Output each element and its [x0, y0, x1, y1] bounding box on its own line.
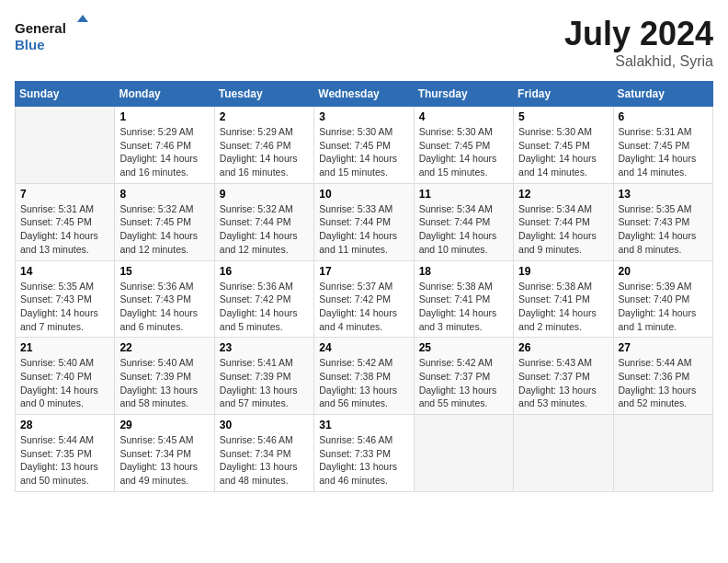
- day-info: Sunrise: 5:42 AMSunset: 7:37 PMDaylight:…: [419, 356, 508, 410]
- day-info: Sunrise: 5:30 AMSunset: 7:45 PMDaylight:…: [419, 125, 508, 179]
- day-info: Sunrise: 5:31 AMSunset: 7:45 PMDaylight:…: [20, 202, 109, 257]
- month-title: July 2024: [564, 15, 713, 53]
- day-number: 4: [419, 110, 508, 123]
- calendar-cell: 8Sunrise: 5:32 AMSunset: 7:45 PMDaylight…: [115, 183, 214, 260]
- day-number: 29: [119, 419, 209, 431]
- calendar-cell: 19Sunrise: 5:38 AMSunset: 7:41 PMDayligh…: [514, 260, 613, 338]
- svg-text:General: General: [15, 20, 66, 36]
- day-number: 30: [220, 419, 309, 431]
- day-info: Sunrise: 5:30 AMSunset: 7:45 PMDaylight:…: [518, 125, 608, 179]
- day-number: 20: [619, 265, 708, 278]
- day-info: Sunrise: 5:38 AMSunset: 7:41 PMDaylight:…: [419, 280, 508, 334]
- calendar-cell: 11Sunrise: 5:34 AMSunset: 7:44 PMDayligh…: [414, 183, 513, 260]
- day-number: 11: [419, 188, 508, 201]
- day-number: 10: [319, 188, 408, 201]
- day-info: Sunrise: 5:35 AMSunset: 7:43 PMDaylight:…: [20, 280, 109, 334]
- day-number: 8: [119, 188, 209, 201]
- calendar-cell: 6Sunrise: 5:31 AMSunset: 7:45 PMDaylight…: [613, 107, 712, 184]
- day-number: 16: [220, 265, 309, 278]
- calendar-cell: 7Sunrise: 5:31 AMSunset: 7:45 PMDaylight…: [16, 183, 115, 260]
- day-number: 14: [20, 265, 109, 278]
- calendar-cell: 21Sunrise: 5:40 AMSunset: 7:40 PMDayligh…: [16, 338, 115, 415]
- day-number: 17: [319, 265, 408, 278]
- day-number: 18: [419, 265, 508, 278]
- day-info: Sunrise: 5:32 AMSunset: 7:44 PMDaylight:…: [220, 202, 309, 257]
- calendar-cell: 20Sunrise: 5:39 AMSunset: 7:40 PMDayligh…: [613, 260, 712, 338]
- day-info: Sunrise: 5:35 AMSunset: 7:43 PMDaylight:…: [619, 202, 708, 257]
- calendar-cell: 17Sunrise: 5:37 AMSunset: 7:42 PMDayligh…: [314, 260, 414, 338]
- day-number: 21: [20, 341, 109, 354]
- calendar-cell: 18Sunrise: 5:38 AMSunset: 7:41 PMDayligh…: [414, 260, 513, 338]
- day-info: Sunrise: 5:30 AMSunset: 7:45 PMDaylight:…: [319, 125, 408, 179]
- day-number: 23: [220, 341, 309, 354]
- day-number: 13: [619, 188, 708, 201]
- calendar-cell: 16Sunrise: 5:36 AMSunset: 7:42 PMDayligh…: [214, 260, 313, 338]
- day-number: 19: [518, 265, 608, 278]
- svg-marker-2: [77, 15, 88, 22]
- logo: General Blue: [15, 15, 88, 56]
- day-info: Sunrise: 5:45 AMSunset: 7:34 PMDaylight:…: [119, 433, 209, 488]
- weekday-header-sunday: Sunday: [16, 82, 115, 107]
- calendar-table: SundayMondayTuesdayWednesdayThursdayFrid…: [15, 81, 713, 492]
- weekday-header-wednesday: Wednesday: [314, 82, 414, 107]
- calendar-cell: 9Sunrise: 5:32 AMSunset: 7:44 PMDaylight…: [214, 183, 313, 260]
- calendar-cell: 31Sunrise: 5:46 AMSunset: 7:33 PMDayligh…: [314, 415, 414, 492]
- calendar-cell: 30Sunrise: 5:46 AMSunset: 7:34 PMDayligh…: [214, 415, 313, 492]
- calendar-cell: 14Sunrise: 5:35 AMSunset: 7:43 PMDayligh…: [16, 260, 115, 338]
- calendar-cell: 26Sunrise: 5:43 AMSunset: 7:37 PMDayligh…: [514, 338, 613, 415]
- day-info: Sunrise: 5:36 AMSunset: 7:42 PMDaylight:…: [220, 280, 309, 334]
- calendar-cell: 3Sunrise: 5:30 AMSunset: 7:45 PMDaylight…: [314, 107, 414, 184]
- calendar-cell: 2Sunrise: 5:29 AMSunset: 7:46 PMDaylight…: [214, 107, 313, 184]
- weekday-header-thursday: Thursday: [414, 82, 513, 107]
- day-info: Sunrise: 5:29 AMSunset: 7:46 PMDaylight:…: [119, 125, 209, 179]
- calendar-cell: 28Sunrise: 5:44 AMSunset: 7:35 PMDayligh…: [16, 415, 115, 492]
- day-number: 7: [20, 188, 109, 201]
- day-info: Sunrise: 5:40 AMSunset: 7:39 PMDaylight:…: [119, 356, 209, 410]
- location-title: Salakhid, Syria: [564, 53, 713, 70]
- day-number: 22: [119, 341, 209, 354]
- calendar-cell: 23Sunrise: 5:41 AMSunset: 7:39 PMDayligh…: [214, 338, 313, 415]
- calendar-cell: 1Sunrise: 5:29 AMSunset: 7:46 PMDaylight…: [115, 107, 214, 184]
- day-info: Sunrise: 5:39 AMSunset: 7:40 PMDaylight:…: [619, 280, 708, 334]
- day-number: 1: [119, 110, 209, 123]
- day-info: Sunrise: 5:37 AMSunset: 7:42 PMDaylight:…: [319, 280, 408, 334]
- page-header: General Blue July 2024 Salakhid, Syria: [15, 15, 713, 70]
- day-info: Sunrise: 5:42 AMSunset: 7:38 PMDaylight:…: [319, 356, 408, 410]
- calendar-cell: 29Sunrise: 5:45 AMSunset: 7:34 PMDayligh…: [115, 415, 214, 492]
- day-info: Sunrise: 5:36 AMSunset: 7:43 PMDaylight:…: [119, 280, 209, 334]
- calendar-cell: [613, 415, 712, 492]
- day-info: Sunrise: 5:34 AMSunset: 7:44 PMDaylight:…: [518, 202, 608, 257]
- day-info: Sunrise: 5:31 AMSunset: 7:45 PMDaylight:…: [619, 125, 708, 179]
- calendar-cell: 12Sunrise: 5:34 AMSunset: 7:44 PMDayligh…: [514, 183, 613, 260]
- day-number: 3: [319, 110, 408, 123]
- day-info: Sunrise: 5:29 AMSunset: 7:46 PMDaylight:…: [220, 125, 309, 179]
- svg-text:Blue: Blue: [15, 37, 45, 52]
- day-info: Sunrise: 5:44 AMSunset: 7:35 PMDaylight:…: [20, 433, 109, 488]
- day-info: Sunrise: 5:41 AMSunset: 7:39 PMDaylight:…: [220, 356, 309, 410]
- day-info: Sunrise: 5:40 AMSunset: 7:40 PMDaylight:…: [20, 356, 109, 410]
- day-info: Sunrise: 5:44 AMSunset: 7:36 PMDaylight:…: [619, 356, 708, 410]
- day-info: Sunrise: 5:34 AMSunset: 7:44 PMDaylight:…: [419, 202, 508, 257]
- calendar-cell: 13Sunrise: 5:35 AMSunset: 7:43 PMDayligh…: [613, 183, 712, 260]
- day-number: 24: [319, 341, 408, 354]
- title-block: July 2024 Salakhid, Syria: [564, 15, 713, 70]
- calendar-cell: 22Sunrise: 5:40 AMSunset: 7:39 PMDayligh…: [115, 338, 214, 415]
- weekday-header-monday: Monday: [115, 82, 214, 107]
- calendar-cell: 24Sunrise: 5:42 AMSunset: 7:38 PMDayligh…: [314, 338, 414, 415]
- weekday-header-friday: Friday: [514, 82, 613, 107]
- day-number: 15: [119, 265, 209, 278]
- calendar-cell: 27Sunrise: 5:44 AMSunset: 7:36 PMDayligh…: [613, 338, 712, 415]
- day-info: Sunrise: 5:46 AMSunset: 7:34 PMDaylight:…: [220, 433, 309, 488]
- day-info: Sunrise: 5:43 AMSunset: 7:37 PMDaylight:…: [518, 356, 608, 410]
- day-number: 5: [518, 110, 608, 123]
- day-number: 9: [220, 188, 309, 201]
- logo-svg: General Blue: [15, 15, 88, 56]
- day-number: 6: [619, 110, 708, 123]
- calendar-cell: [414, 415, 513, 492]
- calendar-cell: 25Sunrise: 5:42 AMSunset: 7:37 PMDayligh…: [414, 338, 513, 415]
- day-number: 25: [419, 341, 508, 354]
- day-number: 28: [20, 419, 109, 431]
- day-number: 26: [518, 341, 608, 354]
- day-number: 2: [220, 110, 309, 123]
- day-number: 12: [518, 188, 608, 201]
